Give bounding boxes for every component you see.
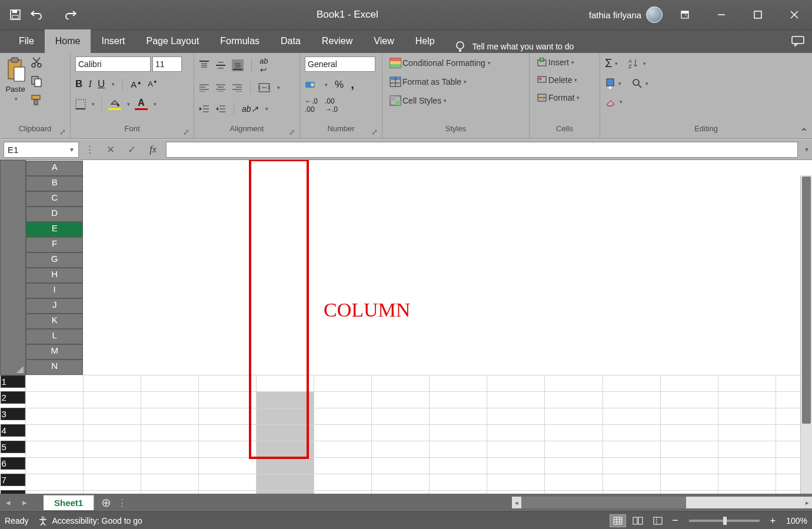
cell-E6[interactable] [257, 457, 314, 474]
cell-A3[interactable] [25, 408, 83, 424]
cell-M2[interactable] [718, 391, 776, 408]
cell-L6[interactable] [660, 457, 718, 474]
align-center-icon[interactable] [215, 84, 226, 92]
cell-J2[interactable] [545, 391, 603, 408]
cell-B6[interactable] [83, 457, 141, 474]
cell-K1[interactable] [603, 375, 660, 391]
save-icon[interactable] [8, 8, 22, 22]
cell-M4[interactable] [718, 424, 776, 441]
delete-cells-button[interactable]: Delete▾ [534, 74, 582, 86]
cell-C3[interactable] [141, 408, 199, 424]
cell-E1[interactable] [257, 375, 314, 391]
cell-M1[interactable] [718, 375, 776, 391]
column-header-L[interactable]: L [26, 329, 84, 344]
cell-E5[interactable] [257, 441, 314, 457]
align-right-icon[interactable] [232, 84, 242, 92]
cell-F1[interactable] [314, 375, 372, 391]
conditional-formatting-button[interactable]: Conditional Formatting▾ [387, 56, 493, 69]
wrap-text-icon[interactable]: ab↩ [259, 56, 268, 74]
cell-A4[interactable] [25, 424, 83, 441]
ribbon-display-button[interactable] [671, 5, 699, 25]
cell-C1[interactable] [141, 375, 199, 391]
sort-dropdown-icon[interactable]: ▾ [643, 61, 646, 66]
cell-K5[interactable] [603, 441, 660, 457]
italic-button[interactable]: I [88, 78, 92, 90]
tab-home[interactable]: Home [45, 29, 91, 53]
cell-J6[interactable] [545, 457, 603, 474]
orientation-icon[interactable]: ab↗ [242, 104, 258, 114]
column-header-E[interactable]: E [26, 222, 84, 237]
bold-button[interactable]: B [75, 78, 82, 90]
format-painter-icon[interactable] [31, 94, 44, 106]
increase-decimal-icon[interactable]: ←.0.00 [305, 97, 318, 114]
cell-H2[interactable] [430, 391, 487, 408]
namebox-dropdown-icon[interactable]: ▼ [69, 147, 75, 153]
fill-dropdown-icon[interactable]: ▾ [618, 81, 621, 86]
font-color-button[interactable]: A [135, 99, 148, 110]
cell-I1[interactable] [487, 375, 545, 391]
cell-D1[interactable] [199, 375, 257, 391]
cell-A6[interactable] [25, 457, 83, 474]
cell-styles-button[interactable]: Cell Styles▾ [387, 94, 493, 107]
page-break-view-icon[interactable] [650, 514, 666, 527]
cell-A7[interactable] [25, 474, 83, 490]
column-header-M[interactable]: M [26, 344, 84, 360]
cell-J5[interactable] [545, 441, 603, 457]
comma-style-button[interactable]: , [351, 78, 354, 91]
cell-J8[interactable] [545, 490, 603, 494]
sheet-tab-active[interactable]: Sheet1 [44, 495, 94, 510]
collapse-ribbon-icon[interactable]: ⌃ [800, 126, 808, 139]
decrease-decimal-icon[interactable]: .00→.0 [325, 97, 338, 114]
cell-J7[interactable] [545, 474, 603, 490]
clear-dropdown-icon[interactable]: ▾ [620, 99, 623, 105]
tab-view[interactable]: View [363, 29, 404, 53]
cell-L7[interactable] [660, 474, 718, 490]
autosum-dropdown-icon[interactable]: ▾ [615, 61, 618, 66]
cell-G4[interactable] [372, 424, 430, 441]
row-header-3[interactable]: 3 [1, 408, 25, 420]
cell-A5[interactable] [25, 441, 83, 457]
borders-icon[interactable] [75, 99, 86, 109]
cell-B8[interactable] [83, 490, 141, 494]
minimize-button[interactable] [707, 5, 736, 25]
cell-G7[interactable] [372, 474, 430, 490]
fill-color-dropdown-icon[interactable]: ▾ [127, 101, 130, 107]
cell-G3[interactable] [372, 408, 430, 424]
cell-grid[interactable]: ABCDEFGHIJKLMN1234567891011121314151617 … [0, 160, 812, 494]
align-middle-icon[interactable] [215, 60, 226, 71]
name-box[interactable]: E1▼ [4, 142, 79, 158]
cell-H3[interactable] [430, 408, 487, 424]
tab-formulas[interactable]: Formulas [209, 29, 270, 53]
format-as-table-button[interactable]: Format as Table▾ [387, 75, 493, 88]
cell-H5[interactable] [430, 441, 487, 457]
cell-M8[interactable] [718, 490, 776, 494]
copy-icon[interactable] [31, 75, 44, 87]
cell-G2[interactable] [372, 391, 430, 408]
row-header-5[interactable]: 5 [1, 441, 25, 453]
orientation-dropdown-icon[interactable]: ▾ [265, 106, 268, 112]
cell-C4[interactable] [141, 424, 199, 441]
increase-indent-icon[interactable] [215, 105, 226, 113]
paste-button[interactable] [5, 56, 26, 82]
zoom-slider[interactable] [689, 520, 760, 522]
font-launcher-icon[interactable]: ⤢ [182, 128, 190, 136]
cell-F3[interactable] [314, 408, 372, 424]
tab-page-layout[interactable]: Page Layout [135, 29, 209, 53]
cell-I2[interactable] [487, 391, 545, 408]
cell-L4[interactable] [660, 424, 718, 441]
font-size-combo[interactable] [152, 56, 182, 72]
cell-K3[interactable] [603, 408, 660, 424]
cell-D5[interactable] [199, 441, 257, 457]
cell-A1[interactable] [25, 375, 83, 391]
clipboard-launcher-icon[interactable]: ⤢ [58, 128, 66, 136]
row-header-8[interactable]: 8 [1, 490, 25, 494]
decrease-indent-icon[interactable] [199, 105, 209, 113]
merge-center-icon[interactable] [258, 83, 270, 92]
cell-K4[interactable] [603, 424, 660, 441]
sort-filter-icon[interactable]: AZ [628, 58, 640, 69]
comments-button[interactable] [784, 29, 812, 53]
font-name-combo[interactable] [75, 56, 151, 72]
cell-F2[interactable] [314, 391, 372, 408]
cell-J1[interactable] [545, 375, 603, 391]
cell-L3[interactable] [660, 408, 718, 424]
